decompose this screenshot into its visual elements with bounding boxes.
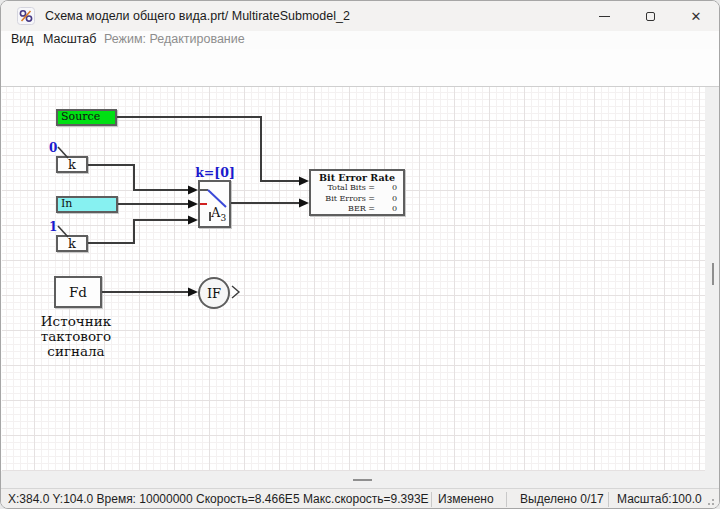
status-divider bbox=[608, 492, 609, 507]
resize-grip[interactable] bbox=[705, 496, 715, 506]
toolbar: s 0 - Автоматика bbox=[1, 49, 719, 87]
switch-condition-label: k=[0] bbox=[186, 165, 244, 180]
window-title: Схема модели общего вида.prt/ MultirateS… bbox=[45, 1, 350, 31]
switch-inner-label: А3 bbox=[211, 205, 226, 223]
close-button[interactable]: ✕ bbox=[673, 1, 719, 31]
status-modified: Изменено bbox=[438, 489, 494, 509]
gain-index-label: 0 bbox=[49, 141, 57, 155]
statusbar: X:384.0 Y:104.0 Время: 10000000 Скорость… bbox=[1, 488, 719, 509]
app-window: Схема модели общего вида.prt/ MultirateS… bbox=[0, 0, 720, 509]
menu-scale[interactable]: Масштаб bbox=[43, 31, 96, 49]
maximize-button[interactable] bbox=[627, 1, 673, 31]
status-divider bbox=[431, 492, 432, 507]
schematic-canvas[interactable]: Source 0 k In 1 k k=[0] А3 Bit Error Rat… bbox=[2, 87, 705, 471]
gain-index-label: 1 bbox=[49, 220, 57, 234]
status-info: X:384.0 Y:104.0 Время: 10000000 Скорость… bbox=[8, 489, 429, 509]
wires-layer bbox=[2, 87, 705, 471]
status-selected: Выделено 0/17 bbox=[520, 489, 604, 509]
vertical-scrollbar[interactable] bbox=[705, 87, 720, 471]
app-logo-icon bbox=[17, 7, 35, 25]
status-divider bbox=[506, 492, 507, 507]
minimize-button[interactable] bbox=[581, 1, 627, 31]
maximize-icon bbox=[646, 12, 655, 21]
minimize-icon bbox=[599, 16, 610, 17]
clock-source-caption: Источник тактового сигнала bbox=[6, 314, 146, 359]
horizontal-scrollbar-thumb[interactable] bbox=[353, 479, 372, 481]
status-scale: Масштаб:100.0 bbox=[617, 489, 702, 509]
mode-label: Режим: Редактирование bbox=[104, 31, 245, 49]
close-icon: ✕ bbox=[691, 10, 702, 23]
menu-view[interactable]: Вид bbox=[11, 31, 34, 49]
horizontal-scrollbar[interactable] bbox=[1, 471, 720, 488]
vertical-scrollbar-thumb[interactable] bbox=[712, 263, 714, 285]
titlebar[interactable]: Схема модели общего вида.prt/ MultirateS… bbox=[1, 1, 719, 31]
menubar: Вид Масштаб Режим: Редактирование bbox=[1, 31, 719, 49]
